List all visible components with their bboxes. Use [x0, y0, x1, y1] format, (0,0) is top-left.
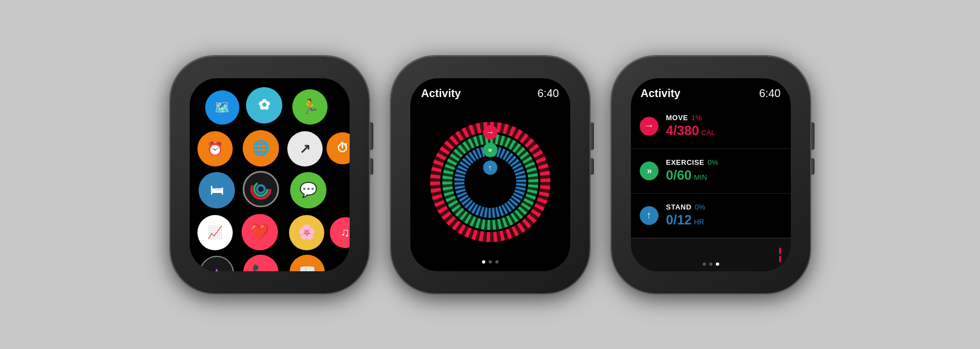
app-timer[interactable]: ⏱ [326, 132, 350, 164]
detail-title: Activity [641, 87, 681, 100]
app-activity-indicator[interactable]: ↗ [287, 131, 323, 167]
stand-row: ↑ STAND 0% 0/12 HR [631, 194, 791, 238]
scroll-line-1 [779, 248, 781, 254]
exercise-pct: 0% [708, 158, 718, 167]
app-health-ecg[interactable]: 📈 [197, 215, 233, 250]
move-pct: 1% [692, 114, 702, 122]
exercise-arrow: » [483, 143, 497, 157]
app-sparkle[interactable]: ✦ [200, 256, 234, 271]
exercise-row: » EXERCISE 0% 0/60 MIN [631, 149, 791, 194]
move-value: 4/380 [666, 123, 699, 138]
dot-2 [489, 260, 492, 264]
app-phone[interactable]: 📞 [243, 255, 279, 271]
apps-canvas: 🗺️ ✿ 🏃 ⏰ 🌐 ↗ ⏱ 🛏 [190, 78, 350, 271]
exercise-value: 0/60 [666, 168, 692, 183]
page-dots-2 [482, 260, 499, 271]
scroll-line-2 [779, 256, 781, 262]
stand-label: STAND [666, 203, 692, 211]
stand-icon: ↑ [640, 206, 658, 225]
move-value-line: 4/380 CAL [666, 123, 715, 138]
move-label-line: MOVE 1% [666, 114, 715, 122]
move-icon: → [640, 117, 658, 136]
ring-indicators: → » ↑ [483, 125, 497, 175]
stand-value: 0/12 [666, 212, 692, 228]
move-arrow: → [483, 125, 497, 139]
app-grid: 🗺️ ✿ 🏃 ⏰ 🌐 ↗ ⏱ 🛏 [190, 78, 350, 271]
app-photos[interactable]: 🌸 [289, 215, 324, 250]
activity-rings-screen: Activity 6:40 [410, 78, 570, 271]
app-music[interactable]: ♫ [330, 217, 350, 248]
app-activity-rings[interactable] [243, 171, 279, 207]
exercise-label: EXERCISE [666, 158, 705, 167]
detail-dot-3 [716, 262, 719, 266]
watch-1: 🗺️ ✿ 🏃 ⏰ 🌐 ↗ ⏱ 🛏 [170, 56, 369, 293]
stand-value-line: 0/12 HR [666, 212, 705, 228]
activity-rows: → MOVE 1% 4/380 CAL [631, 104, 791, 238]
bottom-bar [631, 238, 791, 271]
watch-2: Activity 6:40 [391, 56, 590, 293]
move-label: MOVE [666, 114, 688, 122]
app-messages[interactable]: 💬 [290, 172, 326, 208]
watches-container: 🗺️ ✿ 🏃 ⏰ 🌐 ↗ ⏱ 🛏 [159, 45, 821, 304]
watch-3: Activity 6:40 → MOVE 1% 4/380 [612, 56, 810, 293]
move-row: → MOVE 1% 4/380 CAL [631, 104, 791, 149]
watch-3-screen: Activity 6:40 → MOVE 1% 4/380 [631, 78, 791, 271]
detail-header: Activity 6:40 [631, 78, 791, 104]
rings-container: → » ↑ [427, 104, 554, 260]
app-bloom[interactable]: ✿ [246, 87, 282, 124]
stand-arrow: ↑ [483, 160, 497, 175]
stand-unit: HR [694, 218, 704, 226]
app-heart[interactable]: ❤️ [242, 214, 278, 250]
stand-content: STAND 0% 0/12 HR [666, 203, 705, 228]
dot-1 [482, 260, 485, 264]
app-sleep[interactable]: 🛏 [199, 172, 235, 208]
app-fitness[interactable]: 🏃 [292, 89, 328, 125]
dot-3 [495, 260, 499, 264]
activity-time: 6:40 [538, 87, 559, 100]
detail-dot-2 [709, 262, 713, 266]
stand-label-line: STAND 0% [666, 203, 705, 211]
app-globe[interactable]: 🌐 [243, 130, 279, 167]
move-content: MOVE 1% 4/380 CAL [666, 114, 715, 138]
scroll-indicator [779, 248, 781, 262]
detail-page-dots [703, 262, 719, 266]
move-unit: CAL [701, 128, 715, 137]
app-maps[interactable]: 🗺️ [205, 90, 239, 125]
app-books[interactable]: 📖 [290, 255, 325, 271]
activity-header: Activity 6:40 [410, 78, 570, 104]
detail-time: 6:40 [759, 87, 781, 100]
watch-1-screen: 🗺️ ✿ 🏃 ⏰ 🌐 ↗ ⏱ 🛏 [190, 78, 350, 271]
watch-2-screen: Activity 6:40 [410, 78, 570, 271]
exercise-label-line: EXERCISE 0% [666, 158, 719, 167]
app-clock[interactable]: ⏰ [197, 131, 233, 167]
exercise-content: EXERCISE 0% 0/60 MIN [666, 158, 719, 183]
exercise-icon: » [640, 162, 658, 180]
activity-title: Activity [421, 87, 461, 100]
detail-dot-1 [703, 262, 706, 266]
exercise-unit: MIN [694, 173, 707, 181]
stand-pct: 0% [695, 203, 705, 211]
activity-detail-screen: Activity 6:40 → MOVE 1% 4/380 [631, 78, 791, 271]
exercise-value-line: 0/60 MIN [666, 168, 719, 183]
svg-point-2 [257, 185, 265, 193]
